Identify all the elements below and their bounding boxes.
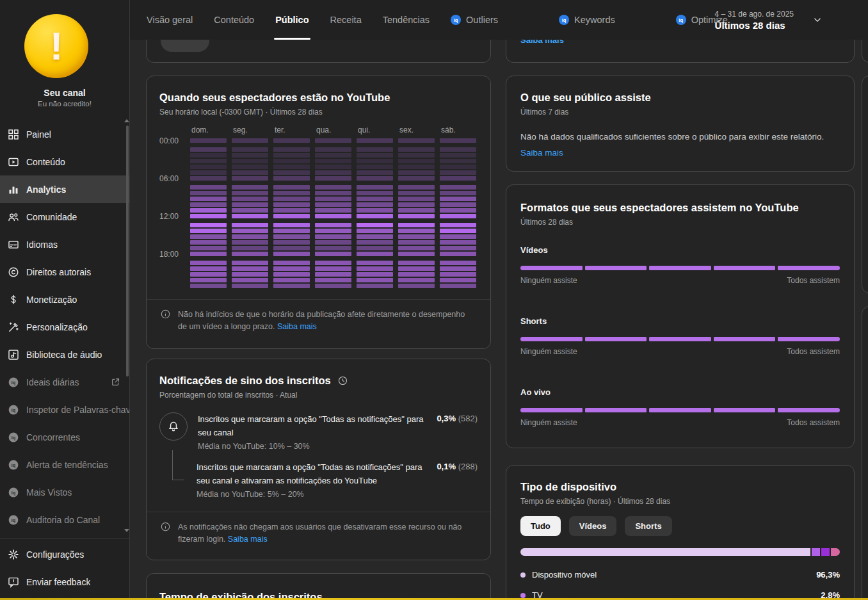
heatmap-cell bbox=[440, 153, 476, 158]
sidebar-scroll-up-icon[interactable] bbox=[124, 119, 129, 122]
sidebar-item-inspetor-de-palavras-chav[interactable]: iqInspetor de Palavras-chav bbox=[0, 396, 129, 423]
sidebar-item-configuracoes[interactable]: Configurações bbox=[0, 540, 129, 568]
heatmap-cell bbox=[190, 234, 227, 239]
tab-label: Tendências bbox=[383, 15, 430, 25]
tab-publico[interactable]: Público bbox=[275, 0, 309, 40]
heatmap-cell bbox=[232, 261, 268, 265]
tab-keywords[interactable]: iqKeywords bbox=[559, 0, 615, 40]
heatmap-cell bbox=[315, 234, 351, 239]
heatmap-cell bbox=[190, 266, 227, 271]
heatmap-cell bbox=[357, 197, 393, 201]
heatmap-row bbox=[159, 191, 478, 197]
footnote-text: Não há indícios de que o horário da publ… bbox=[178, 310, 465, 331]
scale-label-left: Ninguém assiste bbox=[520, 418, 577, 427]
saiba-mais-link[interactable]: Saiba mais bbox=[228, 535, 268, 544]
format-bar-segment bbox=[585, 408, 647, 412]
sidebar-item-label: Mais Vistos bbox=[26, 487, 72, 498]
heatmap-cell bbox=[315, 191, 351, 195]
partial-card-right-sliver-2 bbox=[862, 76, 868, 293]
heatmap-cell bbox=[440, 284, 476, 288]
heatmap-cell bbox=[273, 278, 310, 282]
heatmap-day-label: sáb. bbox=[440, 126, 476, 134]
chip-videos[interactable]: Vídeos bbox=[569, 516, 617, 536]
saiba-mais-link[interactable]: Saiba mais bbox=[520, 148, 563, 158]
heatmap-cell bbox=[190, 261, 227, 265]
info-icon bbox=[161, 309, 170, 334]
analytics-tabs: Visão geralConteúdoPúblicoReceitaTendênc… bbox=[147, 0, 728, 40]
heatmap-cell bbox=[398, 208, 435, 213]
heatmap-cell bbox=[273, 159, 310, 163]
heatmap-row bbox=[159, 284, 478, 289]
exclamation-avatar-icon: ! bbox=[50, 26, 63, 66]
channel-avatar[interactable]: ! bbox=[24, 14, 88, 78]
chip-shorts[interactable]: Shorts bbox=[625, 516, 671, 536]
date-range-picker[interactable]: 4 – 31 de ago. de 2025 Últimos 28 dias bbox=[715, 0, 823, 40]
clock-icon[interactable] bbox=[338, 376, 348, 385]
heatmap-cell bbox=[398, 240, 435, 245]
heatmap-row bbox=[159, 272, 478, 278]
sidebar-item-painel[interactable]: Painel bbox=[0, 120, 129, 148]
heatmap-cell bbox=[315, 138, 351, 143]
legend-row-dispositivo-movel[interactable]: Dispositivo móvel96,3% bbox=[520, 570, 840, 580]
format-bar-segment bbox=[778, 337, 840, 341]
sidebar-item-auditoria-do-canal[interactable]: iqAuditoria do Canal bbox=[0, 506, 129, 533]
sidebar-item-alerta-de-tendencias[interactable]: iqAlerta de tendências bbox=[0, 451, 129, 478]
heatmap-cell bbox=[315, 284, 351, 288]
heatmap-cell bbox=[398, 138, 435, 143]
iq-icon: iq bbox=[6, 458, 20, 471]
tab-tendencias[interactable]: Tendências bbox=[383, 0, 430, 40]
heatmap-cell bbox=[398, 261, 435, 265]
sidebar-item-conteudo[interactable]: Conteúdo bbox=[0, 148, 129, 175]
connector-column bbox=[159, 460, 186, 501]
sidebar-item-personalizacao[interactable]: Personalização bbox=[0, 313, 129, 341]
tab-outliers[interactable]: iqOutliers bbox=[451, 0, 498, 40]
tab-visao-geral[interactable]: Visão geral bbox=[147, 0, 193, 40]
heatmap-row: 12:00 bbox=[159, 214, 478, 223]
notification-average: Média no YouTube: 5% – 20% bbox=[197, 488, 426, 501]
sidebar-item-comunidade[interactable]: Comunidade bbox=[0, 203, 129, 231]
dashboard-icon bbox=[6, 128, 20, 141]
chip-tudo[interactable]: Tudo bbox=[520, 516, 561, 536]
legend-value: 96,3% bbox=[816, 570, 840, 580]
sidebar-scroll-down-icon[interactable] bbox=[124, 529, 129, 532]
format-label: Vídeos bbox=[520, 245, 840, 255]
sidebar-item-concorrentes[interactable]: iqConcorrentes bbox=[0, 423, 129, 451]
heatmap-cell bbox=[190, 240, 227, 245]
heatmap-cell bbox=[440, 266, 476, 271]
sidebar-item-label: Conteúdo bbox=[26, 157, 65, 167]
sidebar-item-idiomas[interactable]: Idiomas bbox=[0, 231, 129, 258]
heatmap-cell bbox=[232, 170, 268, 175]
heatmap-cell bbox=[190, 159, 227, 163]
format-bar-segment bbox=[714, 266, 776, 270]
heatmap-cell bbox=[190, 229, 227, 233]
sidebar-item-biblioteca-de-audio[interactable]: Biblioteca de áudio bbox=[0, 341, 129, 368]
heatmap-cell bbox=[398, 284, 435, 288]
sidebar-item-mais-vistos[interactable]: iqMais Vistos bbox=[0, 478, 129, 506]
heatmap-cell bbox=[398, 223, 435, 227]
heatmap-cell bbox=[190, 278, 227, 282]
tab-receita[interactable]: Receita bbox=[330, 0, 362, 40]
format-label: Ao vivo bbox=[520, 387, 840, 397]
sidebar-item-enviar-feedback[interactable]: Enviar feedback bbox=[0, 568, 129, 596]
heatmap-cell bbox=[190, 284, 227, 288]
heatmap-day-label: qui. bbox=[357, 126, 393, 134]
sidebar-scrollbar[interactable] bbox=[126, 126, 129, 377]
heatmap-cell bbox=[315, 197, 351, 201]
sidebar-item-ideais-diarias[interactable]: iqIdeais diárias bbox=[0, 368, 129, 396]
heatmap-cell bbox=[440, 176, 476, 181]
card-when-viewers-on-youtube: Quando seus espectadores estão no YouTub… bbox=[146, 76, 491, 349]
heatmap-cell bbox=[398, 214, 435, 218]
format-bar bbox=[520, 337, 840, 341]
empty-state-text: Não há dados qualificados suficientes so… bbox=[520, 131, 840, 143]
chevron-down-icon[interactable] bbox=[812, 14, 823, 26]
heatmap-cell bbox=[357, 153, 393, 158]
heatmap-cell bbox=[232, 223, 268, 227]
sidebar-item-label: Biblioteca de áudio bbox=[26, 350, 102, 360]
heatmap-cell bbox=[357, 165, 393, 169]
saiba-mais-link[interactable]: Saiba mais bbox=[277, 322, 317, 331]
sidebar-item-monetizacao[interactable]: Monetização bbox=[0, 286, 129, 313]
sidebar-item-analytics[interactable]: Analytics bbox=[0, 175, 129, 203]
sidebar-item-direitos-autorais[interactable]: Direitos autorais bbox=[0, 258, 129, 286]
tab-conteudo[interactable]: Conteúdo bbox=[214, 0, 254, 40]
heatmap-cell bbox=[273, 185, 310, 190]
